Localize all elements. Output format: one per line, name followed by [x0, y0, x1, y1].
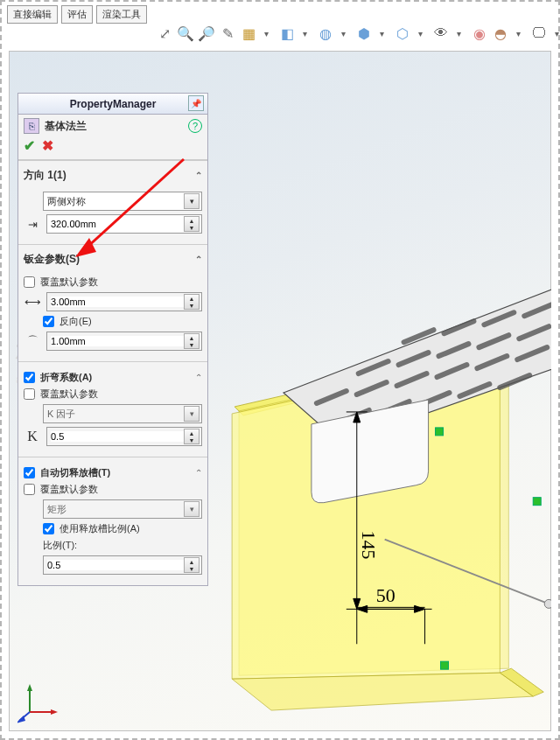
- svg-marker-48: [51, 709, 58, 715]
- use-ratio-label: 使用释放槽比例(A): [60, 522, 140, 535]
- display-style-icon[interactable]: ◧: [278, 24, 296, 42]
- view-toolbar: ⤢ 🔍 🔎 ✎ ▦ ▾ ◧ ▾ ◍ ▾ ⬢ ▾ ⬡ ▾ 👁 ▾ ◉ ◓ ▾ 🖵 …: [156, 24, 560, 42]
- dropdown-icon[interactable]: ▾: [257, 24, 275, 42]
- dropdown-icon[interactable]: ▾: [509, 24, 527, 42]
- override-relief-label: 覆盖默认参数: [40, 483, 98, 496]
- thickness-icon: ⟷: [24, 296, 41, 309]
- k-factor-icon: K: [24, 429, 41, 444]
- section-bend: 折弯系数(A): [40, 371, 92, 384]
- tab-direct-edit[interactable]: 直接编辑: [7, 5, 58, 24]
- section-view-icon[interactable]: ✎: [219, 24, 236, 42]
- svg-marker-47: [27, 684, 32, 691]
- reverse-checkbox[interactable]: [43, 316, 54, 327]
- visibility-icon[interactable]: 👁: [432, 24, 450, 42]
- override-sheet-label: 覆盖默认参数: [40, 276, 98, 289]
- tab-evaluate[interactable]: 评估: [61, 5, 93, 24]
- override-bend-checkbox[interactable]: [24, 388, 35, 400]
- tab-render-tools[interactable]: 渲染工具: [96, 5, 147, 24]
- override-bend-label: 覆盖默认参数: [40, 387, 98, 401]
- dropdown-icon[interactable]: ▾: [184, 501, 200, 517]
- dropdown-icon[interactable]: ▾: [296, 24, 313, 42]
- dropdown-icon[interactable]: ▾: [411, 24, 429, 42]
- zoom-area-icon[interactable]: 🔍: [177, 24, 194, 42]
- scene-icon[interactable]: ⬡: [394, 24, 411, 42]
- zoom-fit-icon[interactable]: ⤢: [156, 24, 173, 42]
- section-direction1: 方向 1(1): [24, 168, 66, 183]
- bend-radius-icon: ⌒: [24, 333, 41, 349]
- ratio-input[interactable]: ▲▼: [43, 555, 202, 575]
- reverse-label: 反向(E): [60, 315, 92, 328]
- bend-radius-input[interactable]: ▲▼: [46, 332, 202, 351]
- help-icon[interactable]: ?: [188, 119, 202, 133]
- screen-capture-icon[interactable]: 🖵: [530, 24, 548, 42]
- dropdown-icon[interactable]: ▾: [184, 406, 200, 422]
- panel-title: PropertyManager: [70, 98, 157, 110]
- origin-triad-icon: [18, 681, 61, 724]
- override-sheet-checkbox[interactable]: [24, 276, 35, 288]
- appearance-icon[interactable]: ⬢: [355, 24, 373, 42]
- auto-relief-checkbox[interactable]: [24, 467, 35, 478]
- ok-button[interactable]: ✔: [24, 137, 35, 154]
- hide-show-icon[interactable]: ◍: [317, 24, 334, 42]
- bend-allowance-checkbox[interactable]: [24, 372, 35, 383]
- dropdown-icon[interactable]: ▾: [548, 24, 560, 42]
- base-flange-icon: ⎘: [24, 118, 39, 134]
- collapse-icon[interactable]: ⌃: [195, 171, 202, 180]
- bend-method-select[interactable]: K 因子 ▾: [43, 404, 202, 423]
- thickness-input[interactable]: ▲▼: [46, 292, 202, 311]
- collapse-icon[interactable]: ⌃: [195, 255, 202, 264]
- k-factor-input[interactable]: ▲▼: [46, 427, 202, 446]
- dropdown-icon[interactable]: ▾: [373, 24, 390, 42]
- cancel-button[interactable]: ✖: [42, 137, 53, 154]
- svg-line-42: [86, 159, 184, 248]
- feature-name: 基体法兰: [45, 119, 188, 134]
- ribbon-tabs: 直接编辑 评估 渲染工具: [7, 5, 147, 24]
- depth-icon: ⇥: [24, 218, 41, 231]
- view-orient-icon[interactable]: ▦: [240, 24, 257, 42]
- section-relief: 自动切释放槽(T): [40, 466, 110, 479]
- collapse-icon[interactable]: ⌃: [195, 373, 202, 382]
- collapse-icon[interactable]: ⌃: [195, 468, 202, 478]
- zoom-prev-icon[interactable]: 🔎: [198, 24, 215, 42]
- ratio-label: 比例(T):: [43, 539, 77, 552]
- color-icon[interactable]: ◉: [471, 24, 488, 42]
- override-relief-checkbox[interactable]: [24, 484, 35, 495]
- dropdown-icon[interactable]: ▾: [334, 24, 352, 42]
- render-icon[interactable]: ◓: [492, 24, 509, 42]
- annotation-arrow: [70, 150, 192, 264]
- use-ratio-checkbox[interactable]: [43, 523, 54, 534]
- panel-header: PropertyManager 📌: [18, 94, 207, 115]
- dropdown-icon[interactable]: ▾: [450, 24, 467, 42]
- pin-icon[interactable]: 📌: [188, 95, 204, 111]
- relief-type-select[interactable]: 矩形 ▾: [43, 499, 202, 519]
